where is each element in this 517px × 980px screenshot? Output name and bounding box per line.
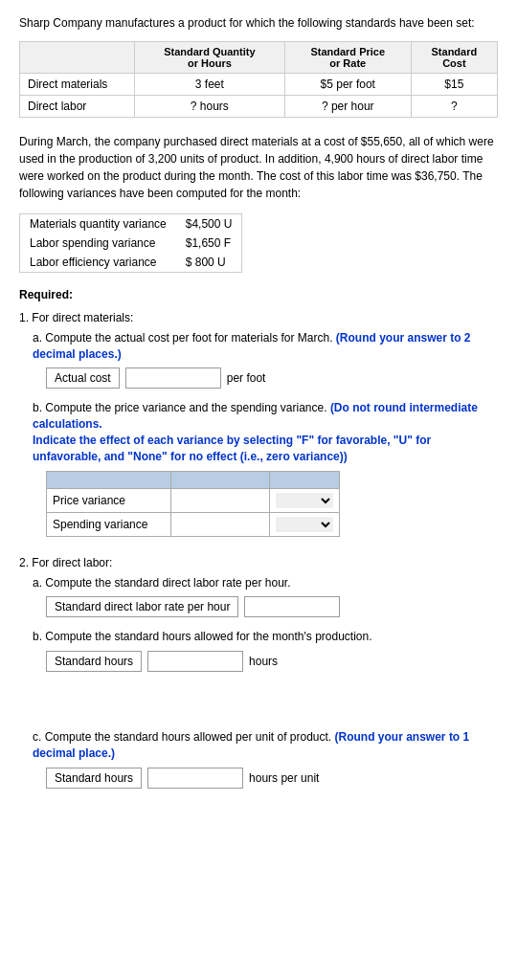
q2b-label: b. Compute the standard hours allowed fo… bbox=[33, 629, 498, 645]
q2c-input[interactable] bbox=[147, 768, 243, 789]
table-row: Labor efficiency variance $ 800 U bbox=[20, 253, 242, 273]
var-value-2: $ 800 U bbox=[176, 253, 242, 273]
table-row: Labor spending variance $1,650 F bbox=[20, 234, 242, 253]
q1a-box-label: Actual cost bbox=[46, 368, 120, 389]
q2b-input[interactable] bbox=[147, 651, 243, 672]
q2b-unit: hours bbox=[249, 655, 278, 668]
q1b-price-effect-cell[interactable]: F U None bbox=[270, 488, 340, 512]
variances-table: Materials quantity variance $4,500 U Lab… bbox=[19, 213, 242, 273]
var-col-spacer bbox=[47, 471, 171, 488]
q2a-box-label: Standard direct labor rate per hour bbox=[46, 596, 238, 617]
q1b-spending-amount-input[interactable] bbox=[177, 518, 263, 531]
q1b-text: b. Compute the price variance and the sp… bbox=[33, 401, 327, 414]
col-header-qty: Standard Quantityor Hours bbox=[135, 41, 285, 73]
q2a-input-row: Standard direct labor rate per hour bbox=[46, 596, 498, 617]
var-value-1: $1,650 F bbox=[176, 234, 242, 253]
table-row: Materials quantity variance $4,500 U bbox=[20, 213, 242, 234]
q2c-box-label: Standard hours bbox=[46, 768, 142, 789]
col-header-rate: Standard Priceor Rate bbox=[284, 41, 411, 73]
q2-heading: 2. For direct labor: bbox=[19, 556, 498, 569]
q1a-text: a. Compute the actual cost per foot for … bbox=[33, 331, 332, 345]
row-label-dm: Direct materials bbox=[20, 73, 135, 95]
row-qty-dl: ? hours bbox=[135, 95, 285, 117]
table-row: Direct labor ? hours ? per hour ? bbox=[20, 95, 498, 117]
required-section: Required: 1. For direct materials: a. Co… bbox=[19, 288, 498, 789]
q2c-text: c. Compute the standard hours allowed pe… bbox=[33, 730, 331, 744]
q1b-spending-amount-cell[interactable] bbox=[171, 512, 270, 536]
q1b-label: b. Compute the price variance and the sp… bbox=[33, 400, 498, 464]
paragraph-text: During March, the company purchased dire… bbox=[19, 133, 498, 202]
q1a-input[interactable] bbox=[125, 368, 221, 389]
q1b-price-effect-select[interactable]: F U None bbox=[276, 493, 333, 508]
q2c-section: c. Compute the standard hours allowed pe… bbox=[33, 729, 498, 789]
table-row: Direct materials 3 feet $5 per foot $15 bbox=[20, 73, 498, 95]
row-cost-dm: $15 bbox=[411, 73, 497, 95]
row-cost-dl: ? bbox=[411, 95, 497, 117]
q1-heading: 1. For direct materials: bbox=[19, 311, 498, 324]
row-qty-dm: 3 feet bbox=[135, 73, 285, 95]
var-label-0: Materials quantity variance bbox=[20, 213, 176, 234]
q1b-price-label: Price variance bbox=[47, 488, 171, 512]
q1b-price-amount-input[interactable] bbox=[177, 494, 263, 507]
q2a-section: a. Compute the standard direct labor rat… bbox=[33, 575, 498, 618]
var-col-effect bbox=[270, 471, 340, 488]
q2c-unit: hours per unit bbox=[249, 771, 319, 785]
var-value-0: $4,500 U bbox=[176, 213, 242, 234]
q2a-label: a. Compute the standard direct labor rat… bbox=[33, 575, 498, 591]
table-row: Spending variance F U None bbox=[47, 512, 340, 536]
col-header-cost: StandardCost bbox=[411, 41, 497, 73]
table-row: Price variance F U None bbox=[47, 488, 340, 512]
q1a-unit: per foot bbox=[227, 371, 266, 385]
variance-input-table: Price variance F U None Spending bbox=[46, 471, 340, 537]
q2a-input[interactable] bbox=[244, 596, 340, 617]
q1b-bold-2: Indicate the effect of each variance by … bbox=[33, 434, 431, 463]
row-rate-dm: $5 per foot bbox=[284, 73, 411, 95]
var-label-1: Labor spending variance bbox=[20, 234, 176, 253]
q1a-label: a. Compute the actual cost per foot for … bbox=[33, 330, 498, 363]
required-heading: Required: bbox=[19, 288, 498, 301]
col-header-item bbox=[20, 41, 135, 73]
q2b-input-row: Standard hours hours bbox=[46, 651, 498, 672]
q1b-spending-effect-cell[interactable]: F U None bbox=[270, 512, 340, 536]
q1b-section: b. Compute the price variance and the sp… bbox=[33, 400, 498, 536]
q2b-section: b. Compute the standard hours allowed fo… bbox=[33, 629, 498, 672]
q1b-price-amount-cell[interactable] bbox=[171, 488, 270, 512]
standards-table: Standard Quantityor Hours Standard Price… bbox=[19, 41, 498, 118]
q1a-section: a. Compute the actual cost per foot for … bbox=[33, 330, 498, 390]
var-label-2: Labor efficiency variance bbox=[20, 253, 176, 273]
row-label-dl: Direct labor bbox=[20, 95, 135, 117]
q2b-box-label: Standard hours bbox=[46, 651, 142, 672]
q1b-spending-label: Spending variance bbox=[47, 512, 171, 536]
q2c-label: c. Compute the standard hours allowed pe… bbox=[33, 729, 498, 762]
row-rate-dl: ? per hour bbox=[284, 95, 411, 117]
q1b-spending-effect-select[interactable]: F U None bbox=[276, 517, 333, 532]
q2c-input-row: Standard hours hours per unit bbox=[46, 768, 498, 789]
q1a-input-row: Actual cost per foot bbox=[46, 368, 498, 389]
intro-text: Sharp Company manufactures a product for… bbox=[19, 15, 498, 32]
var-col-amount bbox=[171, 471, 270, 488]
